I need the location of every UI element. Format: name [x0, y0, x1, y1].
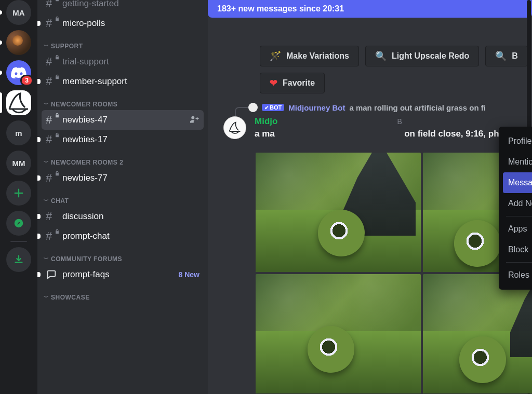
button-label: B: [512, 51, 518, 61]
make-variations-button[interactable]: 🪄 Make Variations: [260, 46, 359, 66]
b-button-partial[interactable]: 🔍 B: [485, 46, 528, 66]
light-upscale-button[interactable]: 🔍 Light Upscale Redo: [365, 46, 479, 66]
reply-username[interactable]: Midjourney Bot: [288, 103, 345, 112]
ctx-separator: [506, 216, 532, 216]
new-messages-bar[interactable]: 183+ new messages since 20:31: [208, 0, 532, 18]
ctx-profile[interactable]: Profile: [503, 131, 532, 152]
image-tile-1[interactable]: [256, 153, 421, 272]
chevron-down-icon: ᠎﹀: [44, 294, 49, 301]
rail-divider: [10, 241, 27, 242]
message-username[interactable]: Midjo: [255, 116, 277, 127]
channel-prompt-faqs[interactable]: prompt-faqs 8 New: [42, 265, 204, 284]
prompt-prefix: a ma: [255, 129, 275, 139]
channel-micro-polls[interactable]: # micro-polls: [42, 13, 204, 33]
category-support[interactable]: ᠎﹀SUPPORT: [42, 33, 204, 52]
ctx-label: Block: [508, 245, 528, 254]
button-label: Make Variations: [286, 51, 349, 61]
ctx-label: Roles: [508, 270, 529, 280]
channel-label: trial-support: [62, 57, 109, 67]
channel-label: prompt-chat: [62, 231, 110, 241]
ctx-message[interactable]: Message: [503, 172, 532, 193]
hash-lock-icon: #: [46, 0, 57, 10]
reply-avatar: [248, 103, 258, 112]
ctx-label: Profile: [508, 137, 531, 146]
category-chat[interactable]: ᠎﹀CHAT: [42, 188, 204, 207]
server-initials: MM: [12, 159, 25, 168]
server-initials: MA: [12, 8, 24, 17]
new-messages-text: 183+ new messages since 20:31: [217, 4, 344, 13]
download-apps-button[interactable]: [6, 247, 31, 272]
ctx-label: Mention: [508, 157, 532, 167]
ctx-mention[interactable]: Mention: [503, 152, 532, 172]
image-tile-3[interactable]: [256, 274, 421, 393]
hash-lock-icon: #: [46, 113, 57, 127]
reply-spine-icon: [235, 107, 248, 116]
magnifier-icon: 🔍: [375, 50, 387, 62]
category-label: SUPPORT: [51, 43, 83, 50]
channel-label: prompt-faqs: [62, 269, 110, 280]
favorite-button[interactable]: ❤ Favorite: [260, 73, 325, 93]
sailboat-icon: [6, 90, 31, 115]
channel-trial-support[interactable]: # trial-support: [42, 52, 204, 72]
ctx-roles[interactable]: Roles›: [503, 265, 532, 286]
ctx-separator: [506, 262, 532, 263]
server-mm[interactable]: MM: [6, 151, 31, 175]
server-midjourney[interactable]: [6, 90, 31, 115]
hash-lock-icon: #: [46, 17, 57, 30]
category-showcase[interactable]: ᠎﹀SHOWCASE: [42, 284, 204, 303]
server-avatar-art[interactable]: [6, 30, 31, 55]
explore-button[interactable]: [6, 211, 31, 236]
ctx-label: Add Note: [508, 199, 532, 208]
button-label: Light Upscale Redo: [392, 51, 469, 61]
ctx-add-note[interactable]: Add Note: [503, 193, 532, 214]
channel-newbies-77[interactable]: # newbies-77: [42, 168, 204, 188]
prompt-suffix: on field close, 9:16, ph: [404, 129, 499, 139]
category-label: NEWCOMER ROOMS: [51, 101, 117, 108]
image-tile-4[interactable]: [423, 274, 532, 393]
reply-text: a man rolling out artificial grass on fi: [349, 103, 486, 112]
server-ma[interactable]: MA: [6, 0, 31, 25]
hash-lock-icon: #: [46, 55, 57, 69]
hash-lock-icon: #: [46, 133, 57, 146]
server-ai[interactable]: 3: [6, 60, 31, 85]
hash-lock-icon: #: [46, 75, 57, 88]
create-invite-icon[interactable]: [190, 114, 200, 126]
add-server-button[interactable]: [6, 181, 31, 206]
ctx-apps[interactable]: Apps›: [503, 219, 532, 239]
channel-prompt-chat[interactable]: # prompt-chat: [42, 226, 204, 246]
category-newcomer[interactable]: ᠎﹀NEWCOMER ROOMS: [42, 91, 204, 110]
channel-label: member-support: [62, 76, 127, 87]
server-m[interactable]: m: [6, 120, 31, 145]
ctx-block[interactable]: Block: [503, 239, 532, 260]
message-action-row-1: 🪄 Make Variations 🔍 Light Upscale Redo 🔍…: [260, 46, 532, 66]
user-context-menu: Profile Mention Message Add Note Apps› B…: [499, 127, 532, 290]
app-root: MA 3 m MM: [0, 0, 532, 394]
category-forums[interactable]: ᠎﹀COMMUNITY FORUMS: [42, 246, 204, 265]
channel-label: discussion: [62, 211, 103, 222]
bot-tag-label: BOT: [270, 104, 282, 111]
channel-getting-started[interactable]: # getting-started: [42, 0, 204, 13]
magnifier-icon: 🔍: [495, 50, 507, 62]
channel-sidebar: # getting-started # micro-polls ᠎﹀SUPPOR…: [37, 0, 208, 394]
channel-member-support[interactable]: # member-support: [42, 72, 204, 91]
channel-discussion[interactable]: # discussion: [42, 207, 204, 226]
chevron-down-icon: ᠎﹀: [44, 197, 49, 205]
download-icon: [13, 254, 24, 265]
image-grid[interactable]: [256, 153, 532, 393]
channel-label: micro-polls: [62, 18, 105, 29]
category-newcomer2[interactable]: ᠎﹀NEWCOMER ROOMS 2: [42, 150, 204, 168]
sailboat-icon: [228, 120, 242, 135]
pill-indicator: [0, 40, 2, 45]
message-body: Midjo B a ma on field close, 9:16, ph: [255, 116, 532, 139]
channel-scroll[interactable]: # getting-started # micro-polls ᠎﹀SUPPOR…: [37, 0, 208, 394]
channel-newbies-47[interactable]: # newbies-47: [42, 110, 204, 130]
server-initials: m: [15, 129, 22, 138]
ctx-label: Message: [508, 178, 532, 187]
bot-tag: ✔BOT: [262, 104, 284, 111]
pill-indicator: [0, 71, 2, 75]
pill-indicator: [0, 10, 2, 15]
pill-indicator-active: [0, 92, 2, 113]
message-avatar[interactable]: [223, 116, 246, 139]
reply-reference[interactable]: ✔BOT Midjourney Bot a man rolling out ar…: [248, 103, 532, 112]
channel-newbies-17[interactable]: # newbies-17: [42, 130, 204, 150]
